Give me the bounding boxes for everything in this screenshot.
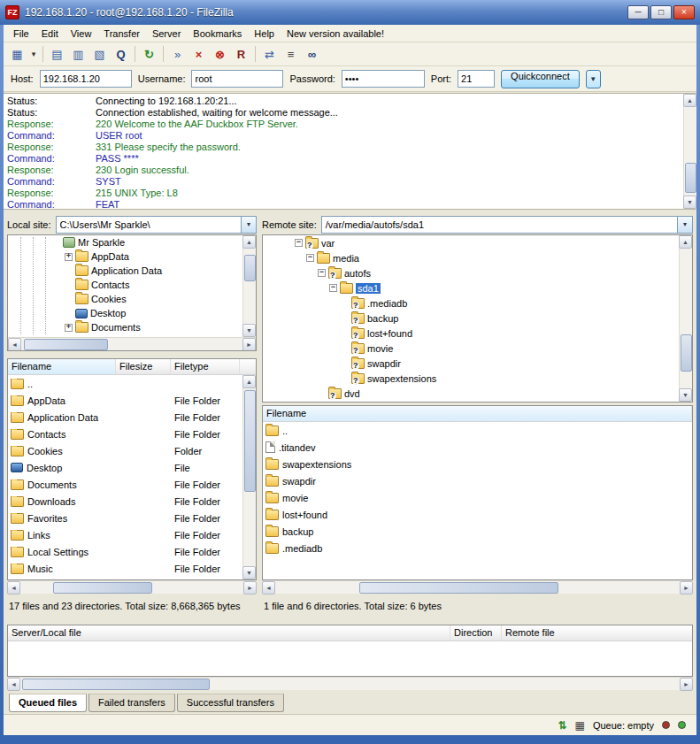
file-row[interactable]: .mediadb xyxy=(263,540,692,556)
title-bar[interactable]: FZ 192.168.1.20 - root@192.168.1.20 - Fi… xyxy=(0,0,700,25)
synchronized-browsing-button[interactable]: ≡ xyxy=(281,44,301,64)
scroll-down-arrow[interactable] xyxy=(242,566,256,579)
column-header-filetype[interactable]: Filetype xyxy=(171,359,240,374)
scroll-left-arrow[interactable] xyxy=(7,581,20,594)
scroll-right-arrow[interactable] xyxy=(680,678,693,691)
password-input[interactable] xyxy=(342,70,425,88)
menu-item-bookmarks[interactable]: Bookmarks xyxy=(187,27,248,41)
expander-icon[interactable]: − xyxy=(295,239,303,247)
scrollbar-thumb[interactable] xyxy=(359,582,558,594)
tree-item-mediadb[interactable]: .mediadb xyxy=(263,295,692,311)
file-row[interactable]: FavoritesFile Folder xyxy=(8,510,256,526)
file-row[interactable]: backup xyxy=(263,523,692,540)
menu-item-view[interactable]: View xyxy=(65,27,98,41)
toggle-message-log-button[interactable]: ▤ xyxy=(47,44,67,64)
tree-item-var[interactable]: −var xyxy=(263,235,692,250)
chevron-down-icon[interactable]: ▾ xyxy=(677,217,692,233)
file-row[interactable]: Local SettingsFile Folder xyxy=(8,543,256,560)
column-header-server-local-file[interactable]: Server/Local file xyxy=(8,625,450,640)
expander-icon[interactable]: − xyxy=(306,254,314,262)
tree-item-dvd[interactable]: dvd xyxy=(263,386,692,401)
column-header-direction[interactable]: Direction xyxy=(450,625,502,640)
expander-icon[interactable]: + xyxy=(65,253,73,261)
expander-icon[interactable]: + xyxy=(65,324,73,332)
local-list-vscrollbar[interactable] xyxy=(242,375,256,579)
toggle-transfer-queue-button[interactable]: Q xyxy=(111,44,131,64)
cancel-operation-button[interactable]: × xyxy=(188,44,209,64)
menu-item-file[interactable]: File xyxy=(7,27,35,41)
tree-item-lost-found[interactable]: lost+found xyxy=(263,326,692,341)
scrollbar-thumb[interactable] xyxy=(681,334,692,372)
scroll-right-arrow[interactable] xyxy=(243,581,257,594)
tree-item-backup[interactable]: backup xyxy=(263,311,692,326)
scroll-left-arrow[interactable] xyxy=(7,678,20,691)
file-row[interactable]: LinksFile Folder xyxy=(8,526,256,543)
quickconnect-dropdown-button[interactable]: ▼ xyxy=(586,70,601,88)
scroll-down-arrow[interactable] xyxy=(679,388,692,402)
menu-item-transfer[interactable]: Transfer xyxy=(97,27,146,41)
tree-item-swapextensions[interactable]: swapextensions xyxy=(263,371,692,386)
file-row[interactable]: MusicFile Folder xyxy=(8,560,256,577)
file-row[interactable]: .titandev xyxy=(263,439,692,456)
file-row[interactable]: movie xyxy=(263,489,692,506)
scroll-up-arrow[interactable] xyxy=(679,235,692,249)
site-manager-dropdown-button[interactable]: ▾ xyxy=(28,44,39,64)
menu-item-new-version[interactable]: New version available! xyxy=(281,27,390,41)
file-row[interactable]: swapdir xyxy=(263,472,692,489)
local-site-combo[interactable]: C:\Users\Mr Sparkle\ ▾ xyxy=(56,216,257,234)
column-header-filename[interactable]: Filename xyxy=(8,359,116,374)
reconnect-button[interactable]: R xyxy=(231,44,251,64)
tree-item-media[interactable]: −media xyxy=(263,250,692,265)
tab-queued-files[interactable]: Queued files xyxy=(9,694,87,712)
scrollbar-thumb[interactable] xyxy=(24,339,108,350)
scrollbar-thumb[interactable] xyxy=(685,163,696,193)
scroll-up-arrow[interactable] xyxy=(242,375,256,388)
scroll-up-arrow[interactable] xyxy=(683,94,696,107)
local-list-hscrollbar[interactable] xyxy=(7,580,257,594)
file-row[interactable]: DesktopFile xyxy=(8,459,256,476)
column-header-filename[interactable]: Filename xyxy=(263,406,692,421)
process-queue-button[interactable]: » xyxy=(167,44,188,64)
remote-list-hscrollbar[interactable] xyxy=(262,580,693,594)
tree-item-swapdir[interactable]: swapdir xyxy=(263,356,692,371)
menu-item-edit[interactable]: Edit xyxy=(35,27,65,41)
file-row[interactable]: AppDataFile Folder xyxy=(8,392,256,409)
local-tree-hscrollbar[interactable] xyxy=(8,337,256,350)
tree-item-autofs[interactable]: −autofs xyxy=(263,265,692,280)
tree-item-movie[interactable]: movie xyxy=(263,341,692,356)
file-row[interactable]: CookiesFolder xyxy=(8,442,256,459)
tab-successful-transfers[interactable]: Successful transfers xyxy=(177,694,284,712)
site-manager-button[interactable]: ▦ xyxy=(7,44,27,64)
file-row[interactable]: ContactsFile Folder xyxy=(8,426,256,442)
port-input[interactable] xyxy=(458,70,495,88)
scroll-left-arrow[interactable] xyxy=(262,581,275,594)
maximize-button[interactable]: □ xyxy=(650,5,672,19)
host-input[interactable] xyxy=(40,70,132,88)
file-row[interactable]: DocumentsFile Folder xyxy=(8,476,256,493)
local-tree-vscrollbar[interactable] xyxy=(242,235,256,337)
scroll-left-arrow[interactable] xyxy=(8,338,21,351)
refresh-button[interactable]: ↻ xyxy=(139,44,159,64)
close-button[interactable]: × xyxy=(673,5,695,19)
find-files-button[interactable]: ∞ xyxy=(302,44,322,64)
remote-tree-vscrollbar[interactable] xyxy=(679,235,692,402)
file-row[interactable]: lost+found xyxy=(263,506,692,523)
minimize-button[interactable]: ─ xyxy=(627,5,649,19)
scrollbar-thumb[interactable] xyxy=(53,582,152,594)
scroll-right-arrow[interactable] xyxy=(680,581,693,594)
directory-comparison-button[interactable]: ⇄ xyxy=(259,44,280,64)
expander-icon[interactable]: − xyxy=(318,269,326,277)
log-scrollbar[interactable] xyxy=(683,94,696,209)
scroll-up-arrow[interactable] xyxy=(242,235,256,249)
speed-limits-icon[interactable]: ⇅ xyxy=(558,719,567,732)
file-row[interactable]: .. xyxy=(263,422,692,439)
file-row[interactable]: swapextensions xyxy=(263,456,692,472)
scrollbar-thumb[interactable] xyxy=(244,390,256,492)
file-row[interactable]: .. xyxy=(8,375,256,392)
filter-status-icon[interactable]: ▦ xyxy=(575,719,585,732)
column-header-remote-file[interactable]: Remote file xyxy=(502,625,692,640)
quickconnect-button[interactable]: Quickconnect xyxy=(501,70,580,88)
scroll-down-arrow[interactable] xyxy=(683,196,696,209)
remote-site-combo[interactable]: /var/media/autofs/sda1 ▾ xyxy=(321,216,693,234)
tree-item-sda1[interactable]: −sda1 xyxy=(263,280,692,295)
